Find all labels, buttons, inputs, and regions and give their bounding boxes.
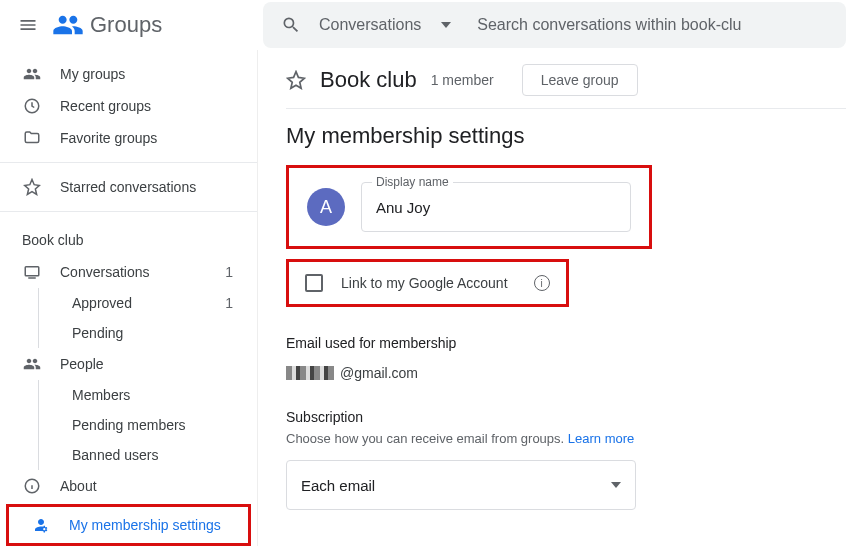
avatar: A — [307, 188, 345, 226]
app-name: Groups — [90, 12, 162, 38]
approved-label: Approved — [72, 295, 132, 311]
search-icon[interactable] — [271, 15, 311, 35]
search-scope-dropdown[interactable]: Conversations — [311, 16, 457, 34]
sidebar-item-pending-members[interactable]: Pending members — [0, 410, 257, 440]
star-outline-icon — [286, 70, 306, 90]
sidebar-item-people[interactable]: People — [0, 348, 257, 380]
banned-users-label: Banned users — [72, 447, 158, 463]
dropdown-arrow-icon — [611, 480, 621, 490]
person-settings-icon — [31, 516, 51, 534]
sidebar-people-label: People — [60, 356, 104, 372]
group-title: Book club — [320, 67, 417, 93]
sidebar-item-about[interactable]: About — [0, 470, 257, 502]
member-count[interactable]: 1 member — [431, 72, 494, 88]
folder-star-icon — [22, 129, 42, 147]
sidebar-item-conversations[interactable]: Conversations 1 — [0, 256, 257, 288]
people-outline-icon — [22, 65, 42, 83]
favorite-group-star[interactable] — [286, 70, 306, 90]
sidebar-item-members[interactable]: Members — [0, 380, 257, 410]
sidebar-membership-settings-label: My membership settings — [69, 517, 221, 533]
search-scope-label: Conversations — [319, 16, 421, 34]
members-label: Members — [72, 387, 130, 403]
learn-more-link[interactable]: Learn more — [568, 431, 634, 446]
pending-members-label: Pending members — [72, 417, 186, 433]
groups-logo-icon — [52, 9, 84, 41]
display-name-input[interactable] — [362, 183, 630, 231]
subscription-select[interactable]: Each email — [286, 460, 636, 510]
people-icon — [22, 355, 42, 373]
sidebar-item-favorite-groups[interactable]: Favorite groups — [0, 122, 257, 154]
pending-label: Pending — [72, 325, 123, 341]
sidebar-conversations-label: Conversations — [60, 264, 150, 280]
info-icon — [22, 477, 42, 495]
search-bar[interactable]: Conversations Search conversations withi… — [263, 2, 846, 48]
sidebar-item-banned-users[interactable]: Banned users — [0, 440, 257, 470]
display-name-label: Display name — [372, 175, 453, 189]
link-account-label: Link to my Google Account — [341, 275, 508, 291]
conversations-count: 1 — [225, 264, 257, 280]
email-prefix-redacted — [286, 366, 334, 380]
sidebar-item-approved[interactable]: Approved 1 — [0, 288, 257, 318]
search-input-placeholder[interactable]: Search conversations within book-clu — [477, 16, 741, 34]
membership-email: @gmail.com — [286, 365, 846, 381]
svg-rect-1 — [25, 267, 39, 276]
app-logo[interactable]: Groups — [48, 9, 263, 41]
highlight-box-link-account: Link to my Google Account i — [286, 259, 569, 307]
leave-group-button[interactable]: Leave group — [522, 64, 638, 96]
subscription-label: Subscription — [286, 409, 846, 425]
sidebar-group-heading: Book club — [0, 220, 257, 256]
subscription-description: Choose how you can receive email from gr… — [286, 431, 846, 446]
main-content: Book club 1 member Leave group My member… — [258, 50, 846, 546]
hamburger-icon — [18, 15, 38, 35]
email-suffix: @gmail.com — [340, 365, 418, 381]
email-section-label: Email used for membership — [286, 335, 846, 351]
sidebar-recent-groups-label: Recent groups — [60, 98, 151, 114]
approved-count: 1 — [225, 295, 257, 311]
divider — [0, 211, 257, 212]
sidebar-my-groups-label: My groups — [60, 66, 125, 82]
highlight-box-sidebar: My membership settings — [6, 504, 251, 546]
info-icon[interactable]: i — [534, 275, 550, 291]
conversations-icon — [22, 263, 42, 281]
sidebar-item-recent-groups[interactable]: Recent groups — [0, 90, 257, 122]
sidebar-about-label: About — [60, 478, 97, 494]
display-name-field[interactable]: Display name — [361, 182, 631, 232]
sidebar-starred-label: Starred conversations — [60, 179, 196, 195]
clock-icon — [22, 97, 42, 115]
sidebar-favorite-groups-label: Favorite groups — [60, 130, 157, 146]
sidebar-item-starred-conversations[interactable]: Starred conversations — [0, 171, 257, 203]
divider — [0, 162, 257, 163]
sidebar-item-pending[interactable]: Pending — [0, 318, 257, 348]
star-outline-icon — [22, 178, 42, 196]
main-menu-button[interactable] — [8, 5, 48, 45]
page-title: My membership settings — [286, 109, 846, 165]
subscription-selected-value: Each email — [301, 477, 375, 494]
sidebar-item-my-groups[interactable]: My groups — [0, 58, 257, 90]
sidebar-item-membership-settings[interactable]: My membership settings — [9, 509, 248, 541]
highlight-box-display-name: A Display name — [286, 165, 652, 249]
dropdown-arrow-icon — [441, 20, 451, 30]
link-account-checkbox[interactable] — [305, 274, 323, 292]
sidebar: My groups Recent groups Favorite groups … — [0, 50, 258, 546]
